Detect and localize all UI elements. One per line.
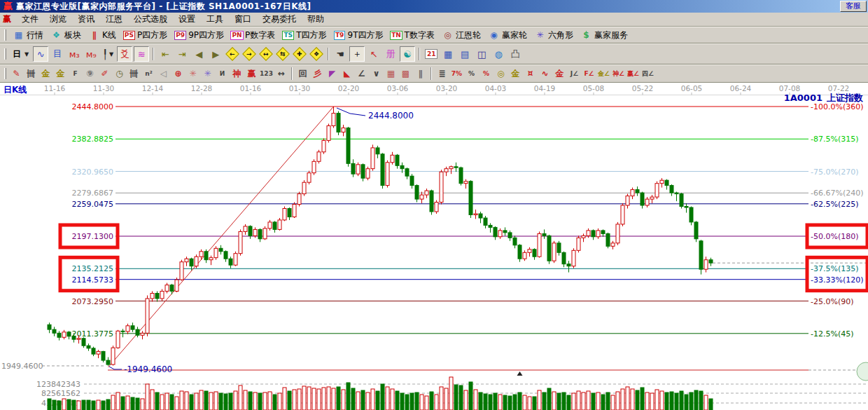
gold-under-icon[interactable]: 金 xyxy=(553,67,566,81)
t-number-button[interactable]: TNT数字表 xyxy=(387,28,438,42)
f-angle-icon[interactable]: F∠ xyxy=(582,67,596,81)
star-compass-icon[interactable]: ✳ xyxy=(186,67,200,81)
spiral9-icon[interactable]: ⑨ xyxy=(83,67,97,81)
gold-grid-icon[interactable]: 金 xyxy=(39,67,52,81)
expand-all-icon[interactable]: ❖ xyxy=(309,46,324,62)
menu-item[interactable]: 公式选股 xyxy=(128,12,173,27)
angle-line-icon[interactable]: ∠ xyxy=(355,67,368,81)
shen-grid-icon[interactable]: 神 xyxy=(230,67,244,81)
tick-grid-icon[interactable]: 卌 xyxy=(127,67,141,81)
svg-text:2197.1300: 2197.1300 xyxy=(72,232,114,241)
red-grid2-icon[interactable]: ▩ xyxy=(399,67,412,81)
calculator-icon[interactable]: ▦ xyxy=(440,46,456,62)
winner-service-button[interactable]: $赢家服务 xyxy=(577,28,631,42)
next-bar-icon[interactable]: ▶ xyxy=(208,46,223,62)
gann-wheel-button[interactable]: ◎江恩轮 xyxy=(438,28,484,42)
price-pen-icon[interactable]: ¤ xyxy=(524,67,537,81)
web-update-icon[interactable]: ◍ xyxy=(491,46,506,62)
save-icon[interactable]: ◫ xyxy=(474,46,489,62)
kline-button[interactable]: ∥K线 xyxy=(85,28,120,42)
t9-square-button[interactable]: T99T四方形 xyxy=(330,28,387,42)
time-cycle-icon[interactable]: ◷ xyxy=(113,67,126,81)
brush-tool-icon[interactable]: ✎ xyxy=(10,67,23,81)
first-bar-icon[interactable]: ⇤ xyxy=(158,46,173,62)
menu-item[interactable]: 江恩 xyxy=(100,12,128,27)
menu-item[interactable]: 设置 xyxy=(173,12,201,27)
pen-grid-icon[interactable]: ✐ xyxy=(98,67,111,81)
hand-tool-icon[interactable]: ☚ xyxy=(332,46,348,62)
menu-item[interactable]: 帮助 xyxy=(302,12,330,27)
sectors-button[interactable]: ❖板块 xyxy=(47,28,85,42)
volume-profile-icon[interactable]: ≋ xyxy=(134,46,149,62)
customer-service-button[interactable]: 客服 xyxy=(840,1,867,12)
p9-square-button[interactable]: P99P四方形 xyxy=(171,28,227,42)
si-angle-icon[interactable]: 四∠ xyxy=(641,67,654,81)
notepad-icon[interactable]: ▤ xyxy=(457,46,472,62)
ruler123-icon[interactable]: 123 xyxy=(260,67,273,81)
fan-lines-icon[interactable]: 彡 xyxy=(311,67,324,81)
menu-item[interactable]: 浏览 xyxy=(44,12,72,27)
win-angle-icon[interactable]: 赢∠ xyxy=(626,67,640,81)
wave3-icon[interactable]: м₃ xyxy=(66,46,82,62)
zoom-in-icon[interactable]: ⇆ xyxy=(275,46,290,62)
pan-right-icon[interactable]: → xyxy=(241,46,257,62)
wave-avg-icon[interactable]: ∿ xyxy=(538,67,552,81)
p-square-button[interactable]: PSP四方形 xyxy=(120,28,171,42)
menu-item[interactable]: 资讯 xyxy=(72,12,100,27)
menu-item[interactable]: 交易委托 xyxy=(257,12,302,27)
pct7-icon[interactable]: 7% xyxy=(450,67,463,81)
compress-all-icon[interactable]: ✚ xyxy=(292,46,307,62)
menu-item[interactable]: 窗口 xyxy=(229,12,257,27)
menu-item[interactable]: 文件 xyxy=(16,12,44,27)
fan-shade-icon[interactable]: ◤ xyxy=(326,67,339,81)
shen-angle-icon[interactable]: 神∠ xyxy=(612,67,625,81)
p-number-button[interactable]: PNP数字表 xyxy=(227,28,279,42)
gold-cycle-icon[interactable]: ◎ xyxy=(494,67,507,81)
j-angle-icon[interactable]: J∠ xyxy=(568,67,581,81)
zigzag-tool-icon[interactable]: ∿ xyxy=(33,46,48,62)
parallel-lines-icon[interactable]: ∥ xyxy=(414,67,427,81)
info-note-icon[interactable]: 目 xyxy=(50,46,65,62)
gann-grid-tool-icon[interactable]: 爻 xyxy=(117,46,132,62)
callout-tool-icon[interactable]: ↖ xyxy=(366,46,382,62)
span-arrow-icon[interactable]: ↔ xyxy=(274,67,288,81)
gold-line-icon[interactable]: 金 xyxy=(509,67,522,81)
box-range-icon[interactable]: 回 xyxy=(296,67,309,81)
hexagon-button[interactable]: ✳六角形 xyxy=(531,28,577,42)
crosshair-tool-icon[interactable]: ＋ xyxy=(349,46,365,62)
fan-box-icon[interactable]: ◣ xyxy=(340,67,354,81)
gold-angle-icon[interactable]: 金∠ xyxy=(597,67,610,81)
candle-style-icon[interactable]: ╿▼ xyxy=(100,46,115,62)
grid-compass-icon[interactable]: ✳ xyxy=(201,67,214,81)
pan-left-icon[interactable]: ← xyxy=(225,46,240,62)
wave9-icon[interactable]: м₉ xyxy=(83,46,99,62)
menu-item[interactable]: 工具 xyxy=(201,12,229,27)
taiji-tool-icon[interactable]: ☯ xyxy=(400,46,415,62)
red-grid-icon[interactable]: ▦ xyxy=(384,67,398,81)
zoom-out-icon[interactable]: ↔ xyxy=(258,46,274,62)
t-square-button[interactable]: TST四方形 xyxy=(279,28,330,42)
grid-tool-icon[interactable]: 卌 xyxy=(24,67,38,81)
winner-wheel-button[interactable]: ◉赢家轮 xyxy=(484,28,531,42)
quotes-button[interactable]: ▦行情 xyxy=(9,28,47,42)
vee-line-icon[interactable]: ∨ xyxy=(370,67,383,81)
gold-grid2-icon[interactable]: 金 xyxy=(54,67,67,81)
svg-text:11-16: 11-16 xyxy=(44,84,66,93)
last-bar-icon[interactable]: ⇥ xyxy=(174,46,190,62)
win-grid-icon[interactable]: 赢 xyxy=(245,67,258,81)
circle-cross-icon[interactable]: ⊕ xyxy=(172,67,185,81)
angle-mark-icon[interactable]: И xyxy=(216,67,229,81)
printer-icon[interactable]: 凸 xyxy=(507,46,523,62)
kline-chart[interactable]: 11-1611-3012-1412-2801-1601-3002-2003-06… xyxy=(0,83,868,410)
prev-bar-icon[interactable]: ◀ xyxy=(191,46,206,62)
period-day-button[interactable]: 日▼ xyxy=(9,47,32,61)
pct-line-icon[interactable]: % xyxy=(479,67,493,81)
flag-tool-icon[interactable]: ◁ xyxy=(157,67,170,81)
chart-area[interactable]: 日K线 1A0001上证指数 11-1611-3012-1412-2801-16… xyxy=(0,83,868,410)
ladder-icon[interactable]: ≣ xyxy=(435,67,449,81)
n2-grid-icon[interactable]: n² xyxy=(142,67,155,81)
ribbon-tool-icon[interactable]: 册 xyxy=(383,46,398,62)
f-grid-icon[interactable]: F xyxy=(69,67,82,81)
calendar-icon[interactable]: 21 xyxy=(424,46,439,62)
pct-icon[interactable]: % xyxy=(465,67,478,81)
